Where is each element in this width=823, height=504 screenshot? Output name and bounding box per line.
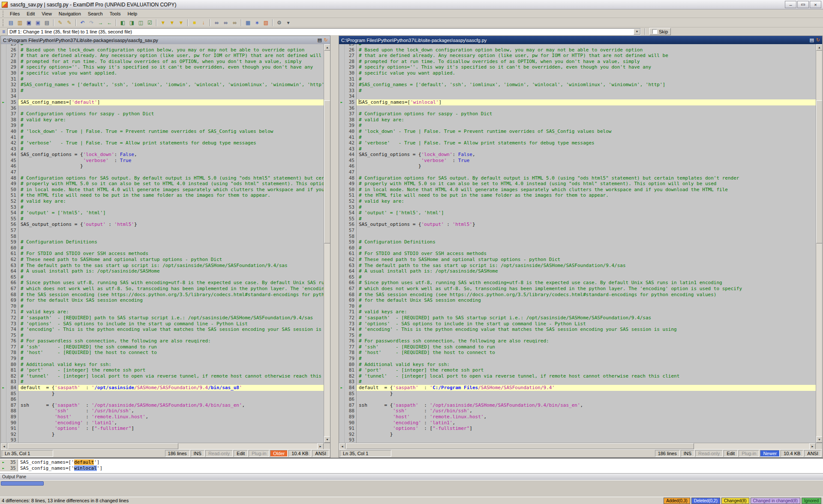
line-text[interactable]: 'host' : 'remote.linux.host', xyxy=(357,414,816,420)
line-text[interactable]: # xyxy=(18,356,324,362)
right-vertical-scrollbar[interactable]: ▲ ▼ xyxy=(816,44,822,443)
line-text[interactable]: # valid key are: xyxy=(357,198,816,204)
line-text[interactable]: # xyxy=(18,76,324,82)
left-hscroll-thumb[interactable] xyxy=(8,443,178,449)
line-text[interactable]: # 'host' - [REQUIRED] the host to connec… xyxy=(357,350,816,356)
line-text[interactable]: # Configuration options for SAS output. … xyxy=(357,175,816,181)
line-text[interactable]: # in local mode. Note that HTML 4.0 will… xyxy=(357,187,816,193)
line-text[interactable] xyxy=(357,93,816,99)
line-text[interactable]: # for the default Unix SAS session encod… xyxy=(18,297,324,303)
line-text[interactable]: # The default path to the sas start up s… xyxy=(357,263,816,269)
line-text[interactable]: SAS_output_options = {'output' : 'html5'… xyxy=(357,222,816,228)
line-text[interactable]: 'encoding' : 'latin1', xyxy=(357,420,816,426)
skip-checkbox[interactable] xyxy=(652,29,657,34)
print-icon[interactable]: ▤ xyxy=(42,19,51,27)
right-pane-header[interactable]: C:\Program Files\Python\Python37\Lib\sit… xyxy=(339,36,822,44)
line-text[interactable]: } xyxy=(357,391,816,397)
filter-different-icon[interactable]: ▼ xyxy=(168,19,177,27)
line-text[interactable]: # These need path to SASHome and optiona… xyxy=(357,257,816,263)
line-text[interactable]: # 'verbose' - True | False. True = Allow… xyxy=(18,140,324,146)
line-text[interactable]: # properly with HTML 5.0 so it can also … xyxy=(357,181,816,187)
line-text[interactable]: # valid keys are: xyxy=(18,309,324,315)
left-scroll-right-button[interactable]: ► xyxy=(317,443,324,450)
left-pane-refresh-icon[interactable]: ↻ xyxy=(324,38,328,42)
line-text[interactable]: # xyxy=(18,204,324,210)
edit-second-file-icon[interactable]: ✎ xyxy=(65,19,74,27)
line-text[interactable]: # xyxy=(357,135,816,141)
minimize-button[interactable]: – xyxy=(785,1,796,8)
open-files-icon[interactable]: ▥ xyxy=(15,19,24,27)
right-scroll-down-button[interactable]: ▼ xyxy=(816,436,822,443)
line-text[interactable]: # xyxy=(18,88,324,94)
toolbar-grip[interactable] xyxy=(3,19,5,26)
line-text[interactable]: SAS_config_options = {'lock_down': False… xyxy=(18,152,324,158)
show-both-panes-icon[interactable]: ◫ xyxy=(136,19,145,27)
left-code-area[interactable]: 25#26# Based upon the lock_down configur… xyxy=(1,44,324,443)
restore-button[interactable]: ▭ xyxy=(797,1,809,8)
close-button[interactable]: × xyxy=(810,1,821,8)
menubar-grip[interactable] xyxy=(3,11,5,17)
line-text[interactable]: # Configuration options for SAS output. … xyxy=(18,175,324,181)
right-scroll-left-button[interactable]: ◄ xyxy=(339,443,345,450)
line-text[interactable]: # Additional valid keys for ssh: xyxy=(357,362,816,368)
edit-first-file-icon[interactable]: ✎ xyxy=(56,19,65,27)
line-text[interactable]: # the HTML file will need to be put in t… xyxy=(357,192,816,198)
line-text[interactable]: } xyxy=(357,432,816,438)
line-text[interactable]: ssh = {'saspath' : '/opt/sasinside/SASHo… xyxy=(357,402,816,408)
line-text[interactable]: # specific value you want applied. xyxy=(357,70,816,76)
line-text[interactable]: # xyxy=(357,333,816,339)
right-hscroll-track[interactable] xyxy=(345,443,809,449)
line-text[interactable]: # specify options=''. This way it's spec… xyxy=(18,64,324,70)
line-text[interactable]: # xyxy=(18,379,324,385)
line-text[interactable]: # in local mode. Note that HTML 4.0 will… xyxy=(18,187,324,193)
menu-edit[interactable]: Edit xyxy=(23,10,38,18)
snapshot-icon[interactable]: ∗ xyxy=(252,19,261,27)
settings-dropdown-icon[interactable]: ▾ xyxy=(284,19,293,27)
line-text[interactable]: # Configuration options for saspy - pyth… xyxy=(357,111,816,117)
line-text[interactable]: # 'lock_down' - True | False. True = Pre… xyxy=(18,129,324,135)
xml-report-icon[interactable]: ▧ xyxy=(261,19,270,27)
line-text[interactable]: # xyxy=(357,44,816,47)
line-text[interactable]: # Based upon the lock_down configuration… xyxy=(357,47,816,53)
line-text[interactable]: # 'port' - [integer] the remote ssh port xyxy=(18,367,324,373)
line-text[interactable]: # These need path to SASHome and optiona… xyxy=(18,257,324,263)
line-text[interactable]: # which does not work well as utf-8. So,… xyxy=(357,286,816,292)
copy-block-right-icon[interactable]: → xyxy=(96,19,105,27)
filter-identical-icon[interactable]: ▼ xyxy=(159,19,168,27)
line-text[interactable]: # xyxy=(357,274,816,280)
line-text[interactable]: } xyxy=(18,391,324,397)
menu-help[interactable]: Help xyxy=(124,10,141,18)
line-text[interactable]: # 'options' - SAS options to include in … xyxy=(18,321,324,327)
show-right-pane-icon[interactable]: ◨ xyxy=(127,19,136,27)
line-text[interactable]: # properly with HTML 5.0 so it can also … xyxy=(18,181,324,187)
filter-options-icon[interactable]: ▼ xyxy=(177,19,186,27)
right-scroll-right-button[interactable]: ► xyxy=(809,443,816,450)
line-text[interactable]: # xyxy=(357,216,816,222)
line-text[interactable] xyxy=(18,169,324,175)
line-text[interactable]: # xyxy=(18,245,324,251)
line-text[interactable]: } xyxy=(18,432,324,438)
line-text[interactable]: # specify options=''. This way it's spec… xyxy=(357,64,816,70)
line-text[interactable]: # xyxy=(357,146,816,152)
left-scroll-up-button[interactable]: ▲ xyxy=(324,44,330,51)
line-text[interactable]: ssh = {'saspath' : '/opt/sasinside/SASHo… xyxy=(18,402,324,408)
line-text[interactable] xyxy=(18,437,324,443)
skip-button[interactable]: Skip xyxy=(649,28,671,35)
right-code-area[interactable]: 25#26# Based upon the lock_down configur… xyxy=(339,44,816,443)
line-text[interactable]: SAS_config_names=['default'] xyxy=(18,99,324,105)
pane-splitter[interactable] xyxy=(330,36,339,458)
right-pane-print-icon[interactable]: ▤ xyxy=(809,38,814,42)
line-text[interactable]: # the SAS session encoding (see https://… xyxy=(18,292,324,298)
find-in-files-icon[interactable]: ∞ xyxy=(230,19,239,27)
line-text[interactable] xyxy=(357,105,816,111)
line-text[interactable]: } xyxy=(18,163,324,169)
line-text[interactable]: # prompted for at run time. To disallow … xyxy=(18,59,324,65)
statistics-icon[interactable]: ▦ xyxy=(243,19,252,27)
find-next-icon[interactable]: ∞ xyxy=(221,19,230,27)
line-text[interactable]: 'verbose' : True xyxy=(18,158,324,164)
line-text[interactable] xyxy=(18,93,324,99)
line-text[interactable]: # 'output' = ['html5', 'html'] xyxy=(357,210,816,216)
line-text[interactable]: # the SAS session encoding (see https://… xyxy=(357,292,816,298)
left-hscroll-track[interactable] xyxy=(7,443,317,449)
menu-search[interactable]: Search xyxy=(84,10,106,18)
